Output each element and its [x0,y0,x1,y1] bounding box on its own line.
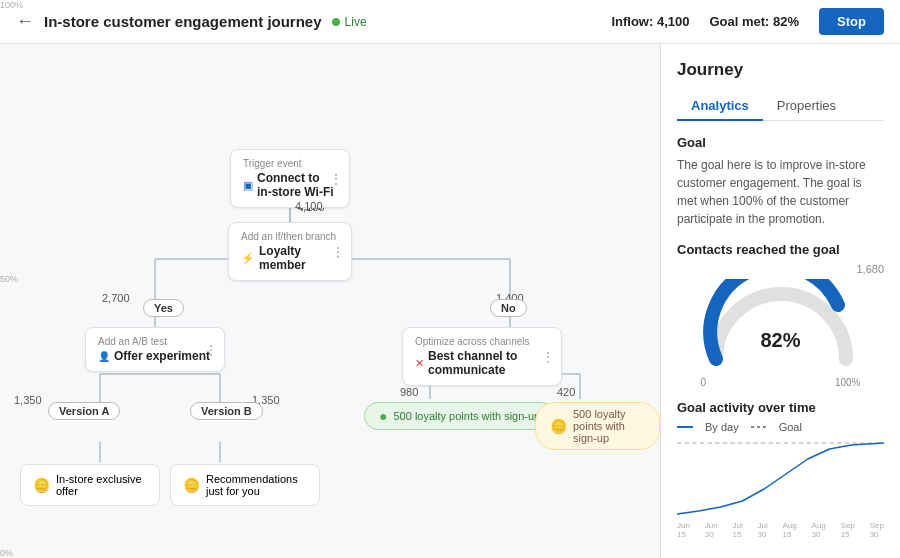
flow-420: 420 [557,386,575,398]
journey-diagram: 4,100 Trigger event ▣ Connect to in-stor… [0,44,660,558]
x-label-3: Jul30 [757,521,767,539]
branch-icon: ⚡ [241,252,255,265]
branch-row: ⚡ Loyalty member [241,244,339,272]
chart-inner: Jun15 Jun30 Jul15 Jul30 Aug15 Aug30 Sep1… [677,439,884,539]
panel-title: Journey [677,60,884,80]
ab-more-icon[interactable]: ⋮ [204,342,218,358]
contacts-reached-value: 1,680 [856,263,884,275]
donut-label-right: 100% [835,377,861,388]
line-chart-svg [677,439,884,519]
main-content: 4,100 Trigger event ▣ Connect to in-stor… [0,44,900,558]
x-label-7: Sep30 [870,521,884,539]
page-title: In-store customer engagement journey [44,13,322,30]
goal-section-title: Goal [677,135,884,150]
ab-label-text: Add an A/B test [98,336,212,347]
x-label-0: Jun15 [677,521,690,539]
branch-label-text: Add an if/then branch [241,231,339,242]
trigger-title: Connect to in-store Wi-Fi [257,171,337,199]
line-chart [677,439,884,519]
branch-more-icon[interactable]: ⋮ [331,244,345,260]
flow-4100: 4,100 [295,200,323,212]
version-a-label: Version A [48,402,120,420]
x-label-5: Aug30 [812,521,826,539]
ab-node[interactable]: Add an A/B test 👤 Offer experiment ⋮ [85,327,225,372]
live-dot [332,18,340,26]
leaf-icon-1: 🪙 [33,477,50,493]
version-b-label: Version B [190,402,263,420]
loyalty-text-2: 500 loyalty points with sign-up [573,408,645,444]
x-label-2: Jul15 [732,521,742,539]
donut-svg [701,279,861,369]
contacts-header: 1,680 [677,263,884,275]
optimize-label-text: Optimize across channels [415,336,549,347]
tab-analytics[interactable]: Analytics [677,92,763,121]
x-label-1: Jun30 [705,521,718,539]
leaf-icon-2: 🪙 [183,477,200,493]
optimize-node[interactable]: Optimize across channels ✕ Best channel … [402,327,562,386]
leaf-node-1[interactable]: 🪙 In-store exclusive offer [20,464,160,506]
live-badge: Live [332,15,367,29]
donut-labels: 0 100% [701,377,861,388]
ab-row: 👤 Offer experiment [98,349,212,363]
flow-yes-count: 2,700 [102,292,130,304]
leaf-text-1: In-store exclusive offer [56,473,147,497]
goal-met-value: 82% [773,14,799,29]
inflow-value: 4,100 [657,14,690,29]
goal-met-stat: Goal met: 82% [709,14,799,29]
no-branch-label: No [490,299,527,317]
header-right: Inflow: 4,100 Goal met: 82% Stop [611,8,884,35]
trigger-row: ▣ Connect to in-store Wi-Fi [243,171,337,199]
contacts-section-title: Contacts reached the goal [677,242,884,257]
x-label-4: Aug15 [783,521,797,539]
inflow-label: Inflow: [611,14,653,29]
chart-legend: By day Goal [677,421,884,433]
chart-section: Goal activity over time By day Goal 100%… [677,400,884,539]
header: ← In-store customer engagement journey L… [0,0,900,44]
header-left: ← In-store customer engagement journey L… [16,11,367,32]
x-labels: Jun15 Jun30 Jul15 Jul30 Aug15 Aug30 Sep1… [677,521,884,539]
leaf-text-2: Recommendations just for you [206,473,307,497]
chart-area: 100% 50% 0% Jun15 J [677,439,884,539]
panel-tabs: Analytics Properties [677,92,884,121]
donut-label-left: 0 [701,377,707,388]
optimize-more-icon[interactable]: ⋮ [541,349,555,365]
live-label: Live [345,15,367,29]
donut-value: 82% [760,329,800,352]
legend-goal: Goal [779,421,802,433]
ab-icon: 👤 [98,351,110,362]
goal-met-label: Goal met: [709,14,769,29]
goal-activity-title: Goal activity over time [677,400,884,415]
tab-properties[interactable]: Properties [763,92,850,121]
leaf-node-2[interactable]: 🪙 Recommendations just for you [170,464,320,506]
x-label-6: Sep15 [841,521,855,539]
trigger-node[interactable]: Trigger event ▣ Connect to in-store Wi-F… [230,149,350,208]
trigger-icon: ▣ [243,179,253,192]
optimize-title: Best channel to communicate [428,349,549,377]
trigger-more-icon[interactable]: ⋮ [329,171,343,187]
flow-980: 980 [400,386,418,398]
loyalty-icon-1: ● [379,408,387,424]
optimize-icon: ✕ [415,357,424,370]
loyalty-text-1: 500 loyalty points with sign-up [393,410,540,422]
legend-by-day: By day [705,421,739,433]
branch-title: Loyalty member [259,244,339,272]
yes-branch-label: Yes [143,299,184,317]
loyalty-icon-2: 🪙 [550,418,567,434]
legend-line-icon [677,426,693,428]
donut-chart: 82% [701,279,861,369]
right-panel: Journey Analytics Properties Goal The go… [660,44,900,558]
optimize-row: ✕ Best channel to communicate [415,349,549,377]
goal-text: The goal here is to improve in-store cus… [677,156,884,228]
trigger-label: Trigger event [243,158,337,169]
legend-dashed-icon [751,426,767,428]
ab-title: Offer experiment [114,349,210,363]
branch-node[interactable]: Add an if/then branch ⚡ Loyalty member ⋮ [228,222,352,281]
stop-button[interactable]: Stop [819,8,884,35]
loyalty-action-2[interactable]: 🪙 500 loyalty points with sign-up [535,402,660,450]
loyalty-action-1[interactable]: ● 500 loyalty points with sign-up [364,402,555,430]
journey-canvas: 4,100 Trigger event ▣ Connect to in-stor… [0,44,660,558]
inflow-stat: Inflow: 4,100 [611,14,689,29]
